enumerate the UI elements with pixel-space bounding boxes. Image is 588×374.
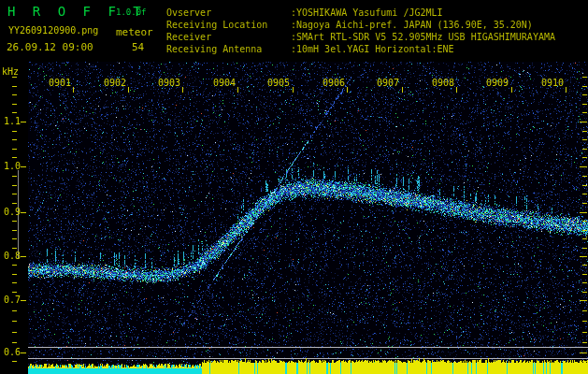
app-version: 1.0.0f [116, 7, 147, 17]
observation-datetime: 26.09.12 09:00 [7, 41, 93, 53]
info-value: :SMArt RTL-SDR V5 52.905MHz USB HIGASHIM… [291, 32, 555, 42]
y-tick-label: 1.1 [0, 116, 21, 126]
info-row-receiver: Receiver :SMArt RTL-SDR V5 52.905MHz USB… [166, 32, 555, 42]
x-tick-label: 0901 [41, 78, 79, 88]
y-tick-label: 0.7 [0, 295, 21, 305]
output-filename: YY2609120900.png [8, 25, 98, 36]
info-row-location: Receiving Location :Nagoya Aichi-pref. J… [166, 20, 533, 30]
info-value: :YOSHIKAWA Yasufumi /JG2MLI [291, 7, 443, 18]
x-tick-label: 0905 [260, 78, 297, 88]
y-tick-label: 0.8 [0, 251, 21, 261]
y-tick-label: 0.6 [0, 347, 21, 357]
info-label: Receiving Antenna [166, 44, 291, 54]
info-label: Receiving Location [166, 20, 291, 30]
x-tick-label: 0906 [315, 78, 352, 88]
x-tick-label: 0902 [96, 78, 134, 88]
y-tick-label: 0.9 [0, 207, 21, 217]
info-label: Receiver [166, 32, 291, 42]
meteor-count: 54 [132, 41, 144, 53]
x-tick-label: 0909 [479, 78, 516, 88]
info-label: Ovserver [166, 7, 291, 18]
info-value: :10mH 3el.YAGI Horizontal:ENE [291, 44, 454, 54]
x-tick-label: 0910 [534, 78, 571, 88]
hrofft-window: H R O F F T 1.0.0f YY2609120900.png mete… [0, 0, 588, 374]
x-tick-label: 0907 [369, 78, 407, 88]
mode-label: meteor [116, 26, 153, 38]
y-tick-label: 1.0 [0, 161, 21, 171]
x-tick-label: 0908 [424, 78, 462, 88]
info-value: :Nagoya Aichi-pref. JAPAN (136.90E, 35.2… [291, 20, 533, 30]
y-axis-unit-label: kHz [2, 66, 19, 77]
info-row-antenna: Receiving Antenna :10mH 3el.YAGI Horizon… [166, 44, 454, 54]
x-tick-label: 0904 [206, 78, 243, 88]
spectrogram-canvas [0, 0, 588, 374]
x-tick-label: 0903 [151, 78, 188, 88]
info-row-observer: Ovserver :YOSHIKAWA Yasufumi /JG2MLI [166, 7, 443, 18]
